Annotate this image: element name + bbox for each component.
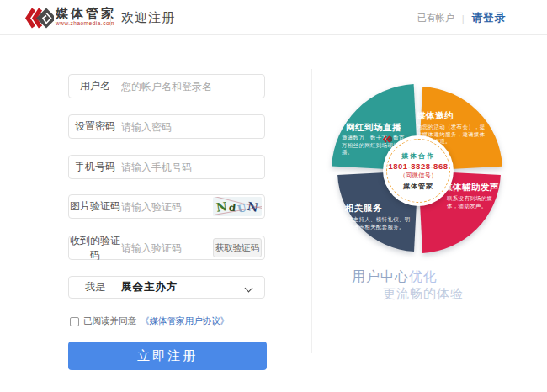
header-right: 已有帐户 | 请登录 <box>417 11 506 25</box>
segment-title-voice: 媒体辅助发声 <box>443 182 499 193</box>
segment-title-live: 网红到场直播 <box>346 122 401 134</box>
sms-code-row: 收到的验证码 获取验证码 <box>68 236 265 260</box>
captcha-char: N <box>215 200 228 214</box>
tagline-optimize: 优化 <box>409 269 438 283</box>
brand-url: www.zhaomedia.com <box>56 20 116 26</box>
login-link[interactable]: 请登录 <box>472 11 507 25</box>
phone-label: 手机号码 <box>69 160 121 174</box>
page-title: 欢迎注册 <box>121 10 175 26</box>
tagline-line1: 用户中心优化 <box>352 268 438 286</box>
sms-code-input[interactable] <box>121 242 205 254</box>
role-label: 我是 <box>69 280 121 294</box>
agreement-text: 已阅读并同意 <box>83 315 136 327</box>
password-input[interactable] <box>121 121 264 133</box>
username-row: 用户名 <box>68 74 265 98</box>
phone-input[interactable] <box>121 162 264 173</box>
segment-title-invite: 媒体邀约 <box>417 110 454 122</box>
vertical-divider <box>311 69 312 353</box>
register-button[interactable]: 立即注册 <box>68 342 267 370</box>
brand-block: 媒体管家 www.zhaomedia.com <box>56 7 116 26</box>
center-brand-row: 媒体管家 <box>403 182 433 191</box>
header-separator <box>110 9 111 26</box>
have-account-text: 已有帐户 <box>417 12 454 24</box>
captcha-image[interactable]: N d U N <box>213 197 262 216</box>
center-coop-text: 媒体合作 <box>401 151 435 161</box>
promo-diagram: 网红到场直播 邀请数万、数十万、数百万粉丝的网红到场现场直播。 媒体邀约 为您的… <box>324 80 513 261</box>
phone-row: 手机号码 <box>68 155 265 179</box>
username-label: 用户名 <box>69 79 121 93</box>
agreement-row: 已阅读并同意 《媒体管家用户协议》 <box>70 315 229 327</box>
captcha-char: N <box>247 199 259 213</box>
segment-desc-services: 提供主持人、模特礼仪、明星邀请等相关配套服务。 <box>342 216 412 230</box>
segment-title-services: 相关服务 <box>345 203 382 215</box>
brand-logo-icon <box>25 7 54 29</box>
captcha-char: d <box>228 202 236 213</box>
role-selected-value: 展会主办方 <box>121 280 264 294</box>
sms-code-label: 收到的验证码 <box>69 234 121 262</box>
agreement-link[interactable]: 《媒体管家用户协议》 <box>141 315 229 327</box>
password-row: 设置密码 <box>68 114 265 139</box>
captcha-input[interactable] <box>121 201 205 213</box>
agreement-checkbox[interactable] <box>70 317 79 326</box>
center-wechat-note: （同微信号） <box>400 172 438 180</box>
password-label: 设置密码 <box>69 119 121 134</box>
promo-center-badge: 媒体合作 1801-8828-868 （同微信号） 媒体管家 <box>383 135 454 206</box>
center-brand-name: 媒体管家 <box>403 182 433 191</box>
segment-desc-voice: 联系没有到场的媒体，辅助发声。 <box>447 195 499 209</box>
center-phone: 1801-8828-868 <box>389 162 449 171</box>
brand-logo-mini-icon <box>383 135 392 143</box>
role-select-row[interactable]: 我是 展会主办方 <box>68 276 265 299</box>
registration-page: 媒体管家 www.zhaomedia.com 欢迎注册 已有帐户 | 请登录 用… <box>0 0 547 392</box>
brand-name: 媒体管家 <box>56 7 116 20</box>
username-input[interactable] <box>121 81 264 93</box>
captcha-row: 图片验证码 N d U N <box>68 194 265 219</box>
tagline-line2: 更流畅的体验 <box>383 286 464 302</box>
get-code-button[interactable]: 获取验证码 <box>213 238 262 257</box>
header: 媒体管家 www.zhaomedia.com 欢迎注册 已有帐户 | 请登录 <box>0 0 547 35</box>
tagline-user-center: 用户中心 <box>352 269 409 283</box>
captcha-label: 图片验证码 <box>69 199 121 214</box>
header-pipe: | <box>462 13 465 24</box>
